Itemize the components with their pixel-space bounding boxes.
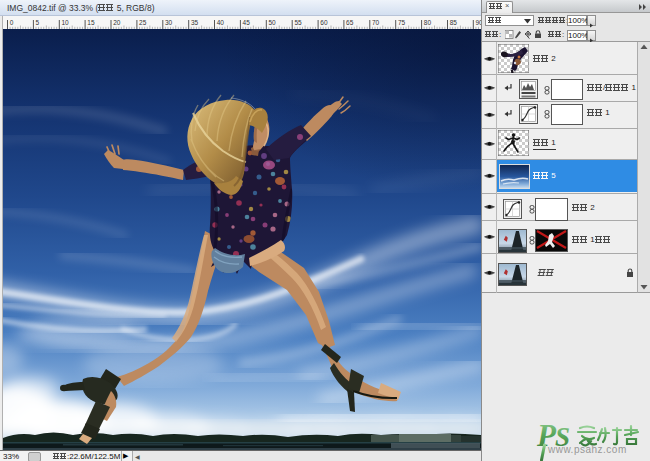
svg-text:10: 10: [62, 19, 70, 26]
svg-text:70: 70: [372, 19, 380, 26]
svg-text:60: 60: [320, 19, 328, 26]
svg-text:35: 35: [191, 19, 199, 26]
svg-text:15: 15: [87, 19, 95, 26]
svg-text:5: 5: [36, 19, 40, 26]
svg-text:30: 30: [165, 19, 173, 26]
svg-text:25: 25: [139, 19, 147, 26]
svg-text:0: 0: [10, 19, 14, 26]
svg-text:85: 85: [450, 19, 458, 26]
svg-text:65: 65: [346, 19, 354, 26]
svg-text:55: 55: [294, 19, 302, 26]
svg-text:75: 75: [398, 19, 406, 26]
svg-text:80: 80: [424, 19, 432, 26]
svg-text:45: 45: [243, 19, 251, 26]
svg-text:40: 40: [217, 19, 225, 26]
svg-text:50: 50: [269, 19, 277, 26]
svg-text:20: 20: [113, 19, 121, 26]
svg-text:www.psahz.com: www.psahz.com: [547, 444, 627, 455]
